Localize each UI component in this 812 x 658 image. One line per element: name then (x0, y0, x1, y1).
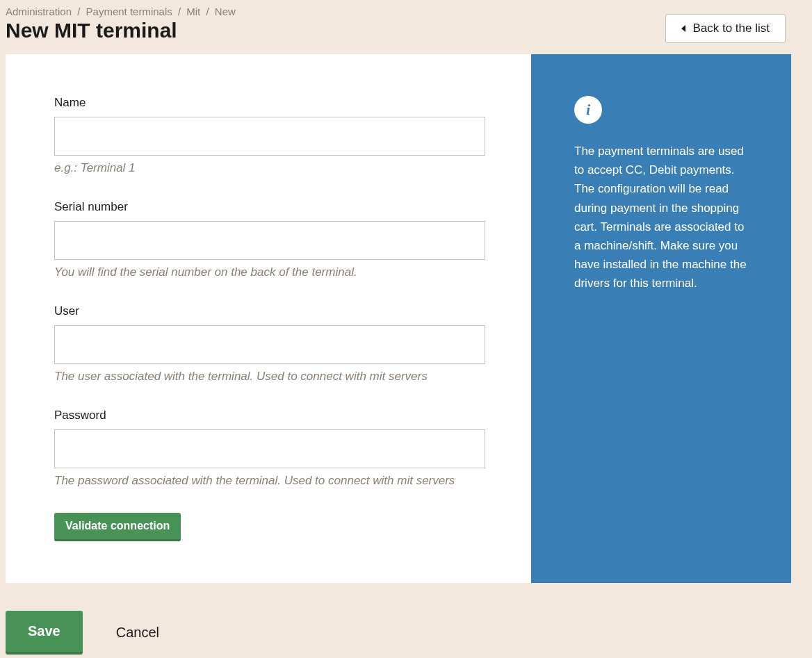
password-input[interactable] (54, 429, 485, 468)
breadcrumb-item[interactable]: Payment terminals (86, 6, 172, 17)
name-label: Name (54, 96, 487, 110)
serial-label: Serial number (54, 200, 487, 214)
info-sidebar: i The payment terminals are used to acce… (531, 54, 791, 583)
form-card: Name e.g.: Terminal 1 Serial number You … (6, 54, 791, 583)
breadcrumb-item[interactable]: Mit (186, 6, 200, 17)
serial-hint: You will find the serial number on the b… (54, 265, 485, 279)
name-input[interactable] (54, 117, 485, 156)
serial-input[interactable] (54, 221, 485, 260)
back-button-label: Back to the list (692, 22, 770, 35)
breadcrumb-item[interactable]: Administration (6, 6, 72, 17)
form-group-serial: Serial number You will find the serial n… (54, 200, 487, 279)
validate-connection-button[interactable]: Validate connection (54, 513, 181, 541)
form-group-name: Name e.g.: Terminal 1 (54, 96, 487, 175)
save-button[interactable]: Save (6, 611, 83, 655)
user-label: User (54, 304, 487, 318)
form-group-user: User The user associated with the termin… (54, 304, 487, 384)
info-icon: i (574, 96, 602, 124)
form-group-password: Password The password associated with th… (54, 409, 487, 488)
cancel-link[interactable]: Cancel (116, 625, 159, 641)
user-hint: The user associated with the terminal. U… (54, 370, 485, 384)
back-to-list-button[interactable]: Back to the list (665, 14, 786, 43)
form-actions: Save Cancel (0, 583, 812, 655)
info-text: The payment terminals are used to accept… (574, 142, 748, 293)
chevron-left-icon (681, 25, 685, 32)
breadcrumb: Administration / Payment terminals / Mit… (6, 6, 236, 17)
user-input[interactable] (54, 325, 485, 364)
password-label: Password (54, 409, 487, 422)
password-hint: The password associated with the termina… (54, 474, 485, 488)
page-title: New MIT terminal (6, 19, 236, 42)
name-hint: e.g.: Terminal 1 (54, 161, 485, 175)
form-column: Name e.g.: Terminal 1 Serial number You … (6, 54, 531, 583)
breadcrumb-item: New (215, 6, 236, 17)
